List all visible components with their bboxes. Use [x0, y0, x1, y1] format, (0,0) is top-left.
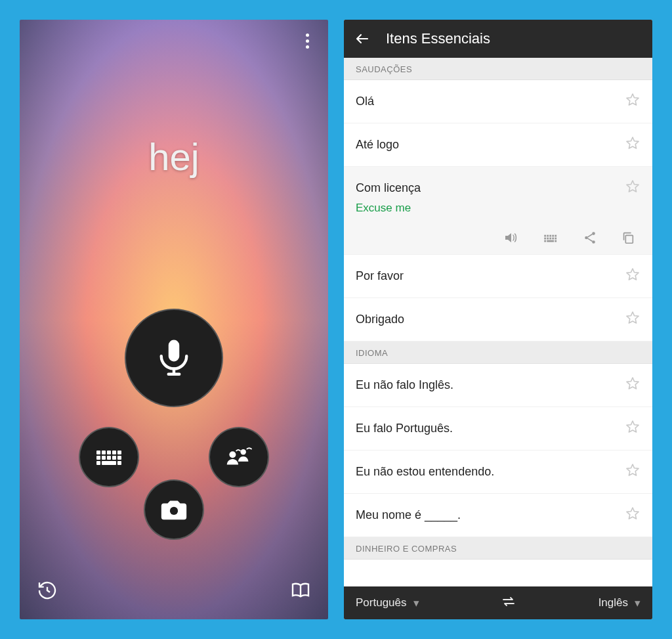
- svg-rect-24: [552, 238, 554, 240]
- dropdown-icon: ▾: [413, 596, 419, 610]
- source-language-selector[interactable]: Português ▾: [356, 596, 419, 610]
- dropdown-icon: ▾: [635, 596, 640, 610]
- favorite-button[interactable]: [625, 376, 640, 395]
- phrase-text: Até logo: [356, 138, 399, 152]
- svg-rect-4: [117, 451, 121, 454]
- svg-rect-6: [102, 456, 106, 460]
- svg-point-14: [229, 451, 236, 458]
- top-bar: Itens Essenciais: [344, 20, 652, 58]
- svg-rect-16: [544, 235, 546, 237]
- microphone-button[interactable]: [125, 309, 223, 407]
- svg-rect-22: [547, 238, 549, 240]
- phrase-text: Meu nome é _____.: [356, 508, 461, 522]
- phrase-text: Eu não estou entendendo.: [356, 465, 494, 479]
- phrase-item[interactable]: Com licençaExcuse me: [344, 167, 652, 255]
- phrase-text: Por favor: [356, 269, 404, 283]
- back-button[interactable]: [354, 31, 370, 47]
- swap-languages-button[interactable]: [501, 594, 516, 612]
- phrase-text: Olá: [356, 95, 374, 108]
- svg-rect-10: [96, 461, 100, 465]
- section-header: DINHEIRO E COMPRAS: [344, 537, 652, 560]
- svg-rect-20: [555, 235, 556, 237]
- source-language-label: Português: [356, 596, 407, 609]
- svg-rect-3: [112, 451, 116, 454]
- section-header: SAUDAÇÕES: [344, 58, 652, 80]
- svg-rect-32: [625, 235, 633, 243]
- camera-button[interactable]: [144, 479, 204, 540]
- phrase-text: Obrigado: [356, 313, 404, 326]
- camera-icon: [159, 495, 189, 525]
- keyboard-action-button[interactable]: [542, 229, 559, 246]
- favorite-button[interactable]: [625, 135, 640, 154]
- keyboard-button[interactable]: [79, 427, 139, 487]
- svg-point-13: [170, 507, 178, 515]
- favorite-button[interactable]: [625, 310, 640, 329]
- copy-button[interactable]: [621, 229, 635, 246]
- phrase-text: Eu falo Português.: [356, 422, 453, 435]
- svg-rect-8: [112, 456, 116, 460]
- phrasebook-button[interactable]: [287, 577, 314, 604]
- favorite-button[interactable]: [625, 506, 640, 525]
- overflow-menu-button[interactable]: [298, 32, 316, 50]
- target-language-label: Inglês: [598, 596, 628, 609]
- svg-rect-23: [549, 238, 551, 240]
- phrase-item[interactable]: Eu não estou entendendo.: [344, 451, 652, 494]
- conversation-button[interactable]: [209, 427, 269, 487]
- phrasebook-screen: Itens Essenciais SAUDAÇÕESOláAté logoCom…: [344, 20, 652, 619]
- phrase-item[interactable]: Obrigado: [344, 298, 652, 342]
- svg-rect-25: [555, 238, 556, 240]
- share-icon: [583, 231, 597, 245]
- phrase-text: Com licença: [356, 181, 421, 195]
- people-talking-icon: [224, 442, 254, 472]
- svg-rect-28: [555, 240, 556, 242]
- language-bar: Português ▾ Inglês ▾: [344, 586, 652, 619]
- svg-rect-26: [544, 240, 546, 242]
- svg-rect-27: [547, 240, 554, 242]
- phrase-item[interactable]: Por favor: [344, 255, 652, 298]
- svg-rect-12: [117, 461, 121, 465]
- phrase-item[interactable]: Até logo: [344, 123, 652, 167]
- target-language-selector[interactable]: Inglês ▾: [598, 596, 640, 610]
- book-icon: [290, 580, 311, 601]
- section-header: IDIOMA: [344, 342, 652, 364]
- favorite-button[interactable]: [625, 267, 640, 286]
- svg-rect-19: [552, 235, 554, 237]
- svg-rect-5: [96, 456, 100, 460]
- phrase-text: Eu não falo Inglês.: [356, 378, 453, 392]
- keyboard-icon: [542, 229, 559, 246]
- phrase-item[interactable]: Meu nome é _____.: [344, 494, 652, 537]
- phrase-actions: [356, 229, 640, 246]
- svg-point-15: [240, 449, 245, 454]
- svg-rect-9: [117, 456, 121, 460]
- page-title: Itens Essenciais: [386, 30, 490, 47]
- favorite-button[interactable]: [625, 92, 640, 111]
- svg-rect-17: [547, 235, 549, 237]
- svg-rect-7: [107, 456, 111, 460]
- history-button[interactable]: [34, 577, 60, 604]
- speak-button[interactable]: [503, 229, 518, 246]
- svg-rect-1: [102, 451, 106, 454]
- keyboard-icon: [93, 441, 125, 473]
- favorite-button[interactable]: [625, 462, 640, 481]
- svg-rect-0: [96, 451, 100, 454]
- back-arrow-icon: [354, 31, 370, 47]
- favorite-button[interactable]: [625, 179, 640, 198]
- history-icon: [37, 580, 58, 601]
- svg-rect-21: [544, 238, 546, 240]
- speaker-icon: [503, 230, 518, 246]
- copy-icon: [621, 231, 635, 245]
- svg-rect-11: [102, 461, 116, 465]
- swap-icon: [501, 594, 516, 609]
- phrase-item[interactable]: Eu falo Português.: [344, 407, 652, 451]
- translator-home-screen: hej: [20, 20, 328, 619]
- share-button[interactable]: [583, 229, 597, 246]
- phrase-item[interactable]: Eu não falo Inglês.: [344, 364, 652, 407]
- phrase-translation: Excuse me: [356, 202, 640, 215]
- microphone-icon: [152, 336, 196, 380]
- favorite-button[interactable]: [625, 419, 640, 438]
- svg-rect-18: [549, 235, 551, 237]
- svg-rect-2: [107, 451, 111, 454]
- phrase-item[interactable]: Olá: [344, 80, 652, 123]
- displayed-word: hej: [20, 135, 328, 179]
- phrase-list: SAUDAÇÕESOláAté logoCom licençaExcuse me…: [344, 58, 652, 586]
